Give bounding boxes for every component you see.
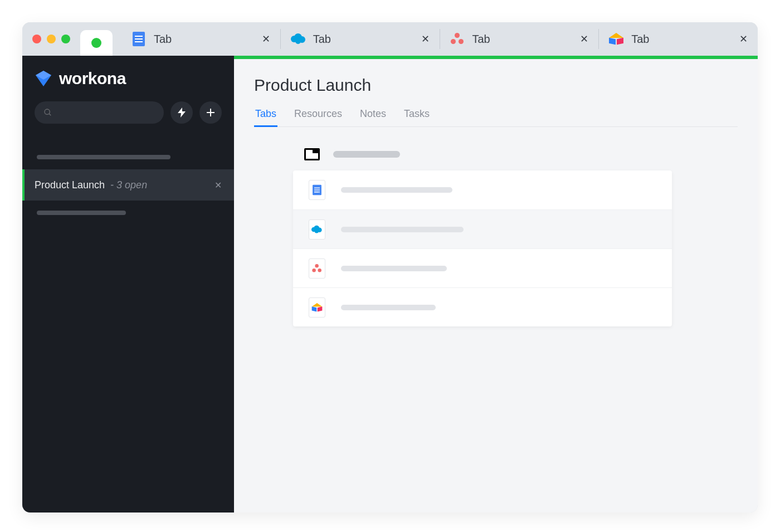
content-area [234,127,758,343]
tab-notes[interactable]: Notes [359,105,387,126]
page-title: Product Launch [254,76,738,95]
salesforce-icon [309,219,325,240]
close-icon[interactable]: ✕ [580,33,588,45]
sidebar-controls [22,99,234,135]
add-button[interactable] [199,101,222,124]
browser-tab-label: Tab [631,33,649,46]
close-icon[interactable]: ✕ [214,180,222,191]
airtable-icon [309,297,325,318]
browser-tabs-strip: Tab ✕ Tab ✕ Tab ✕ Tab ✕ [113,22,758,56]
search-icon [43,108,52,117]
workspace-title: Product Launch [35,179,105,191]
svg-marker-4 [178,108,186,118]
salesforce-icon [291,32,305,46]
close-icon[interactable]: ✕ [262,33,270,45]
svg-line-3 [49,114,51,115]
tab-tabs[interactable]: Tabs [254,105,277,126]
browser-tab-label: Tab [313,33,331,46]
tab-row-docs[interactable] [293,170,672,209]
tab-row-asana[interactable] [293,248,672,287]
tab-row-salesforce[interactable] [293,209,672,248]
tab-title-placeholder [341,266,447,271]
workspace-open-count: - 3 open [110,179,147,191]
workspace-list: Product Launch - 3 open ✕ [22,135,234,225]
workspace-item-placeholder[interactable] [37,155,170,159]
brand-name: workona [59,69,126,88]
asana-icon [309,258,325,279]
main-header: Product Launch Tabs Resources Notes Task… [234,59,758,127]
window-close-icon[interactable] [32,35,41,43]
svg-point-2 [45,109,50,114]
window-icon [304,148,320,160]
workspace-item-placeholder[interactable] [37,211,126,215]
window-maximize-icon[interactable] [61,35,70,43]
window-controls [32,35,70,43]
tab-list-card [293,170,672,326]
tab-resources[interactable]: Resources [293,105,343,126]
app-body: workona Product Launch - 3 open ✕ [22,56,758,513]
quick-action-button[interactable] [170,101,193,124]
docs-icon [309,180,325,200]
airtable-icon [609,32,623,46]
docs-icon [131,32,146,46]
workspace-item-product-launch[interactable]: Product Launch - 3 open ✕ [22,169,234,201]
workona-logo-icon [35,70,52,87]
main-panel: Product Launch Tabs Resources Notes Task… [234,56,758,513]
close-icon[interactable]: ✕ [421,33,430,45]
brand: workona [22,56,234,99]
tab-title-placeholder [341,227,464,232]
active-browser-tab[interactable] [80,30,113,56]
tab-row-airtable[interactable] [293,287,672,326]
browser-tab-salesforce[interactable]: Tab ✕ [280,29,440,49]
section-tabs: Tabs Resources Notes Tasks [254,105,738,127]
tab-tasks[interactable]: Tasks [403,105,431,126]
tab-title-placeholder [341,187,452,193]
browser-tab-label: Tab [154,33,172,46]
browser-tab-docs[interactable]: Tab ✕ [121,29,280,49]
sidebar: workona Product Launch - 3 open ✕ [22,56,234,513]
asana-icon [450,32,465,46]
workona-dot-icon [91,38,101,48]
close-icon[interactable]: ✕ [739,33,748,45]
browser-tab-asana[interactable]: Tab ✕ [440,29,599,49]
browser-tab-label: Tab [472,33,490,46]
browser-tab-airtable[interactable]: Tab ✕ [598,29,758,49]
tab-title-placeholder [341,305,436,310]
search-input[interactable] [35,101,164,124]
browser-window: Tab ✕ Tab ✕ Tab ✕ Tab ✕ [22,22,758,513]
plus-icon [206,108,215,117]
browser-chrome-bar: Tab ✕ Tab ✕ Tab ✕ Tab ✕ [22,22,758,56]
lightning-icon [178,108,186,118]
window-minimize-icon[interactable] [47,35,56,43]
window-group-header[interactable] [254,144,738,170]
group-title-placeholder [333,151,400,158]
